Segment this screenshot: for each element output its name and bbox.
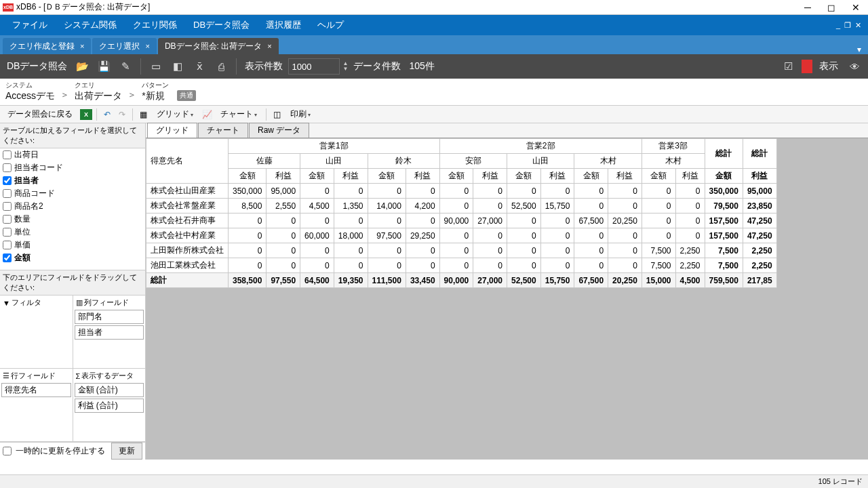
open-icon[interactable]: 📂 xyxy=(73,57,92,76)
field-row[interactable]: 出荷日 xyxy=(0,148,145,161)
tab-overflow-icon[interactable]: ▾ xyxy=(853,45,865,54)
row-field-item[interactable]: 得意先名 xyxy=(1,383,71,397)
data-field-item[interactable]: 金額 (合計) xyxy=(75,383,144,397)
field-checkbox[interactable] xyxy=(3,163,12,172)
display-count-input[interactable] xyxy=(288,58,340,75)
view-tab-raw[interactable]: Raw データ xyxy=(249,123,309,138)
column-field-zone[interactable]: ▥列フィールド 部門名 担当者 xyxy=(73,296,146,368)
field-label: 担当者コード xyxy=(14,162,63,174)
field-list[interactable]: 出荷日担当者コード担当者商品コード商品名2数量単位単価金額 xyxy=(0,148,145,270)
tab-query-create[interactable]: クエリ作成と登録× xyxy=(3,38,91,54)
back-button[interactable]: データ照会に戻る xyxy=(3,106,77,122)
chart-icon[interactable]: 📈 xyxy=(201,108,213,121)
grid-icon[interactable]: ▦ xyxy=(137,108,149,121)
update-button[interactable]: 更新 xyxy=(111,443,142,460)
view-icon[interactable]: ▭ xyxy=(146,57,165,76)
filter-zone[interactable]: ▼フィルタ xyxy=(0,296,73,368)
close-icon[interactable]: × xyxy=(145,42,149,50)
status-indicator xyxy=(802,60,812,73)
data-field-zone[interactable]: Σ表示するデータ 金額 (合計) 利益 (合計) xyxy=(73,369,146,441)
document-tab-bar: クエリ作成と登録× クエリ選択× DBデータ照会: 出荷データ× ▾ xyxy=(0,35,868,54)
menu-history[interactable]: 選択履歴 xyxy=(258,19,309,31)
sigma-icon: Σ xyxy=(76,372,81,380)
close-icon[interactable]: × xyxy=(80,42,84,50)
mdi-minimize-icon[interactable]: _ xyxy=(836,21,840,30)
excel-icon[interactable]: X xyxy=(80,109,92,120)
refresh-view-icon[interactable]: 👁 xyxy=(845,57,864,76)
data-count-value: 105件 xyxy=(406,60,437,73)
redo-icon[interactable]: ↷ xyxy=(116,108,128,121)
menu-system[interactable]: システム関係 xyxy=(56,19,125,31)
columns-icon: ▥ xyxy=(76,298,83,307)
column-field-item[interactable]: 担当者 xyxy=(75,325,144,340)
menu-dbdata[interactable]: DBデータ照会 xyxy=(185,19,258,31)
menu-file[interactable]: ファイル xyxy=(4,19,56,31)
panel-icon[interactable]: ◧ xyxy=(168,57,187,76)
field-row[interactable]: 商品名2 xyxy=(0,200,145,213)
data-field-item[interactable]: 利益 (合計) xyxy=(75,399,144,413)
display-count-label: 表示件数 xyxy=(242,60,285,73)
breadcrumb-query[interactable]: 出荷データ xyxy=(75,90,122,102)
excel-export-icon[interactable]: x̄ xyxy=(190,57,209,76)
row-field-zone[interactable]: ☰行フィールド 得意先名 xyxy=(0,369,73,441)
close-button[interactable]: ✕ xyxy=(852,2,860,13)
field-panel: テーブルに加えるフィールドを選択してください: 出荷日担当者コード担当者商品コー… xyxy=(0,123,146,460)
grid-panel: グリッド チャート Raw データ 得意先名営業1部営業2部営業3部総計総計佐藤… xyxy=(146,123,868,460)
minimize-button[interactable]: ─ xyxy=(804,2,811,13)
chart-dropdown[interactable]: チャート xyxy=(216,106,262,122)
view-tab-chart[interactable]: チャート xyxy=(198,123,248,138)
print-icon[interactable]: ⎙ xyxy=(212,57,231,76)
app-icon: xDB xyxy=(3,3,14,12)
field-row[interactable]: 単位 xyxy=(0,226,145,239)
field-checkbox[interactable] xyxy=(3,215,12,224)
breadcrumb: システムAccessデモ ＞ クエリ出荷データ ＞ パターン*新規 共通 xyxy=(0,79,868,106)
record-count: 105 レコード xyxy=(818,476,863,487)
main-toolbar: DBデータ照会 📂 💾 ✎ ▭ ◧ x̄ ⎙ 表示件数 ▲▼ データ件数 105… xyxy=(0,54,868,79)
rows-icon: ☰ xyxy=(3,371,9,380)
field-row[interactable]: 担当者 xyxy=(0,174,145,187)
save-icon[interactable]: 💾 xyxy=(94,57,113,76)
breadcrumb-pattern[interactable]: *新規 xyxy=(142,90,169,102)
field-checkbox[interactable] xyxy=(3,202,12,211)
field-checkbox[interactable] xyxy=(3,189,12,198)
field-list-header: テーブルに加えるフィールドを選択してください: xyxy=(0,123,145,148)
layout-icon[interactable]: ◫ xyxy=(271,108,283,121)
field-label: 数量 xyxy=(14,214,31,225)
mdi-close-icon[interactable]: ✕ xyxy=(855,21,861,30)
check-icon[interactable]: ☑ xyxy=(778,57,797,76)
status-bar: 105 レコード xyxy=(0,474,868,488)
spin-down-icon[interactable]: ▼ xyxy=(342,66,348,72)
menu-query[interactable]: クエリ関係 xyxy=(125,19,185,31)
mdi-restore-icon[interactable]: ❐ xyxy=(844,21,851,30)
view-tab-grid[interactable]: グリッド xyxy=(147,123,197,138)
undo-icon[interactable]: ↶ xyxy=(101,108,113,121)
show-button[interactable]: 表示 xyxy=(816,60,841,73)
field-checkbox[interactable] xyxy=(3,253,12,262)
close-icon[interactable]: × xyxy=(267,42,271,50)
column-field-item[interactable]: 部門名 xyxy=(75,310,144,324)
field-checkbox[interactable] xyxy=(3,176,12,185)
field-row[interactable]: 金額 xyxy=(0,251,145,264)
field-row[interactable]: 数量 xyxy=(0,213,145,226)
chevron-right-icon: ＞ xyxy=(60,89,69,102)
pause-update-checkbox[interactable] xyxy=(3,447,12,455)
drag-hint: 下のエリアにフィールドをドラッグしてください: xyxy=(0,270,145,296)
grid-dropdown[interactable]: グリッド xyxy=(152,106,198,122)
field-row[interactable]: 単価 xyxy=(0,239,145,251)
menu-help[interactable]: ヘルプ xyxy=(309,19,352,31)
field-checkbox[interactable] xyxy=(3,241,12,249)
tab-db-data[interactable]: DBデータ照会: 出荷データ× xyxy=(158,38,279,54)
maximize-button[interactable]: ◻ xyxy=(827,2,835,13)
print-dropdown[interactable]: 印刷 xyxy=(285,106,315,122)
tab-query-select[interactable]: クエリ選択× xyxy=(92,38,156,54)
edit-icon[interactable]: ✎ xyxy=(116,57,135,76)
field-row[interactable]: 担当者コード xyxy=(0,161,145,174)
field-checkbox[interactable] xyxy=(3,228,12,237)
breadcrumb-system[interactable]: Accessデモ xyxy=(5,90,55,102)
toolbar-title: DBデータ照会 xyxy=(4,60,70,73)
field-row[interactable]: 商品コード xyxy=(0,187,145,200)
field-checkbox[interactable] xyxy=(3,150,12,159)
secondary-toolbar: データ照会に戻る X ↶ ↷ ▦ グリッド 📈 チャート ◫ 印刷 xyxy=(0,106,868,123)
pivot-table[interactable]: 得意先名営業1部営業2部営業3部総計総計佐藤山田鈴木安部山田木村木村金額利益金額… xyxy=(146,138,777,288)
chevron-right-icon: ＞ xyxy=(127,89,136,102)
